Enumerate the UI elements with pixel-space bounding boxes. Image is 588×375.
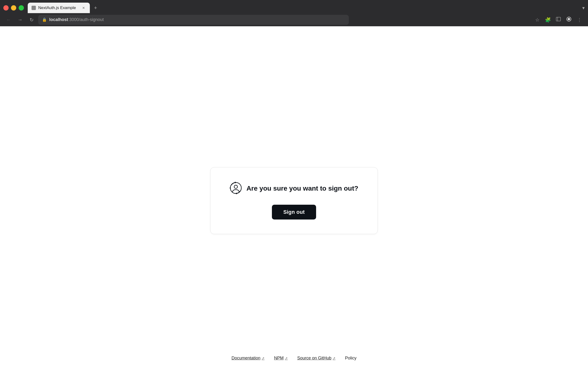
star-icon: ☆ bbox=[535, 17, 539, 23]
signout-button[interactable]: Sign out bbox=[272, 205, 316, 219]
reload-icon: ↻ bbox=[30, 17, 34, 23]
traffic-lights bbox=[3, 5, 24, 10]
tab-title: NextAuth.js Example bbox=[38, 6, 79, 10]
tab-bar-chevron[interactable]: ▾ bbox=[582, 5, 585, 11]
svg-rect-0 bbox=[556, 17, 560, 21]
browser-chrome: NextAuth.js Example ✕ + ▾ ← → ↻ 🔒 localh… bbox=[0, 0, 588, 26]
record-icon bbox=[566, 17, 571, 23]
external-link-icon: ↗ bbox=[285, 356, 288, 360]
tab-favicon bbox=[32, 6, 36, 10]
back-icon: ← bbox=[6, 17, 11, 22]
menu-button[interactable]: ⋮ bbox=[575, 15, 584, 25]
address-bar[interactable]: 🔒 localhost:3000/auth-signout bbox=[38, 15, 349, 25]
page-content: Are you sure you want to sign out? Sign … bbox=[0, 26, 588, 375]
maximize-window-button[interactable] bbox=[19, 5, 24, 10]
svg-point-5 bbox=[234, 185, 238, 188]
sidebar-button[interactable] bbox=[554, 15, 563, 25]
forward-icon: → bbox=[18, 17, 22, 22]
external-link-icon: ↗ bbox=[333, 356, 336, 360]
footer-link-policy[interactable]: Policy bbox=[345, 356, 357, 361]
user-signout-icon bbox=[230, 182, 242, 195]
record-button[interactable] bbox=[564, 15, 574, 25]
address-bar-row: ← → ↻ 🔒 localhost:3000/auth-signout ☆ 🧩 bbox=[0, 13, 588, 26]
card-title: Are you sure you want to sign out? bbox=[246, 185, 358, 192]
new-tab-button[interactable]: + bbox=[91, 4, 100, 12]
puzzle-icon: 🧩 bbox=[545, 17, 551, 23]
signout-card: Are you sure you want to sign out? Sign … bbox=[210, 167, 378, 234]
forward-button[interactable]: → bbox=[15, 15, 25, 25]
menu-icon: ⋮ bbox=[577, 17, 582, 23]
footer-link-documentation[interactable]: Documentation ↗ bbox=[231, 356, 264, 361]
tab-close-button[interactable]: ✕ bbox=[81, 6, 86, 10]
reload-button[interactable]: ↻ bbox=[27, 15, 36, 25]
sidebar-icon bbox=[556, 17, 561, 23]
url-display: localhost:3000/auth-signout bbox=[49, 17, 345, 22]
minimize-window-button[interactable] bbox=[11, 5, 16, 10]
extensions-button[interactable]: 🧩 bbox=[543, 15, 553, 25]
lock-icon: 🔒 bbox=[42, 17, 47, 22]
footer-link-github[interactable]: Source on GitHub ↗ bbox=[297, 356, 336, 361]
page-footer: Documentation ↗ NPM ↗ Source on GitHub ↗… bbox=[231, 356, 357, 361]
toolbar-right: ☆ 🧩 bbox=[533, 15, 584, 25]
active-tab[interactable]: NextAuth.js Example ✕ bbox=[28, 3, 90, 13]
footer-link-npm[interactable]: NPM ↗ bbox=[274, 356, 288, 361]
bookmark-button[interactable]: ☆ bbox=[533, 15, 542, 25]
external-link-icon: ↗ bbox=[262, 356, 264, 360]
svg-point-3 bbox=[568, 18, 570, 20]
close-window-button[interactable] bbox=[3, 5, 9, 10]
card-header: Are you sure you want to sign out? bbox=[230, 182, 358, 195]
tab-bar: NextAuth.js Example ✕ + ▾ bbox=[0, 0, 588, 13]
back-button[interactable]: ← bbox=[4, 15, 13, 25]
